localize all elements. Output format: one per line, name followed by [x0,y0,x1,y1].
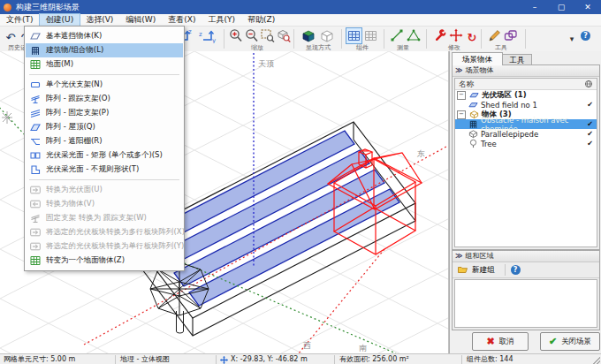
axis-marker [2,111,12,124]
tab-scene-objects[interactable]: 场景物体 [452,52,503,65]
tree-row-parallelepipede[interactable]: Parallelepipede ✔ [455,129,597,139]
irregular-plane-icon [29,164,41,176]
menu-item-irregular-plane[interactable]: 光伏采光面 - 不规则形状(T) [26,163,183,177]
groups-toolbar: 新建组 ? [453,262,599,278]
zoom-group-label: 缩放 [237,43,278,50]
menu-select[interactable]: 选择(V) [80,14,119,26]
menu-item-roof-array[interactable]: 阵列 - 屋顶(Q) [26,120,183,134]
shape-tool-button[interactable] [503,28,519,43]
coordinates-status: X: -29.83, Y: -46.82 m [231,355,308,364]
canopy-icon [29,136,41,148]
menu-separator [29,179,179,180]
folder-icon [457,264,468,277]
menu-create[interactable]: 创建(U) [40,14,80,26]
axis-zy-view-button[interactable]: zy [197,28,218,43]
close-scene-button[interactable]: ✔ 关闭场景 [540,332,600,351]
resize-grip[interactable] [593,357,600,364]
title-bar: 构建三维阴影场景 – ▢ ✕ [0,0,601,14]
cancel-x-icon: ✖ [486,336,494,347]
zoom-in-button[interactable] [228,28,244,43]
scene-objects-panel: 场景物体 工具 ≫场景物体 名称 − 光伏场区 (1) Shed field n… [449,51,601,353]
minimize-button[interactable]: – [529,0,541,14]
status-separator [216,355,217,364]
create-menu-dropdown: 基本遮挡物体(K) 建筑物/组合物(L) 地面(M) 单个光伏支架(N) 阵列 … [24,26,185,271]
zoom-out-button[interactable] [244,28,260,43]
new-group-button[interactable]: 新建组 [453,263,499,277]
close-button[interactable]: ✕ [582,0,594,14]
render-wireframe-button[interactable] [319,28,335,43]
cancel-button[interactable]: ✖ 取消 [472,332,529,351]
west-label: 西 [303,341,311,350]
visibility-check-icon[interactable]: ✔ [587,130,593,138]
move-cursor-icon [220,356,228,364]
component-count-status: 组件总数: 144 [467,355,514,364]
scene-objects-tree: 名称 − 光伏场区 (1) Shed field no 1 ✔ − 物体 (3) [454,78,597,247]
status-separator [115,355,116,364]
area-status: 有效面积: 256.00 m² [339,355,409,364]
visibility-check-icon[interactable]: ✔ [587,120,593,128]
visibility-check-icon[interactable]: ✔ [587,101,593,109]
tree-row-obstacle-house[interactable]: Obstacle - maison avec cheminée ✔ [455,119,597,129]
app-icon [4,4,11,11]
measure-area-button[interactable] [406,28,422,43]
components-table-button[interactable] [363,28,378,43]
render-shaded-button[interactable] [300,28,316,43]
tree-name-header: 名称 [455,79,597,90]
arrow-right-icon [29,241,41,253]
south-label: 南 [359,344,367,353]
collapse-chevron-icon: ≫ [455,252,462,260]
collapse-box-icon[interactable]: − [457,91,466,100]
components-grid-button[interactable] [346,28,361,43]
menu-item-fixed-array[interactable]: 阵列 - 固定支架(P) [26,106,183,120]
pencil-tool-button[interactable] [487,28,503,43]
toolbar-separator [224,29,224,49]
collapse-box-icon[interactable]: − [457,110,466,119]
menu-item-convert-to-pv: 转换为光伏面(U) [26,183,183,197]
tracker-icon [29,94,41,105]
zoom-window-button[interactable] [260,28,276,43]
help-icon[interactable]: ? [581,28,597,43]
status-bar: 网格单元尺寸: 5.00 m 地理 - 立体视图 X: -29.83, Y: -… [0,353,601,364]
components-group-label: 组件 [345,43,380,50]
menu-item-ground[interactable]: 地面(M) [26,57,183,72]
menu-item-fixed-to-tracker: 固定支架 转换为 跟踪支架(W) [26,211,183,225]
measure-distance-button[interactable] [389,28,405,43]
menu-item-to-ground-object[interactable]: 转变为一个地面物体(Z) [26,254,183,268]
tools-group-label: 工具 [483,43,520,50]
menu-item-rect-plane[interactable]: 光伏采光面 - 矩形 (单个或多个)(S) [26,148,183,163]
menu-tools[interactable]: 工具(Y) [202,14,241,26]
help-icon[interactable]: ? [511,265,521,275]
modify-rotate-button[interactable]: ↻ [464,28,480,43]
menu-edit[interactable]: 编辑(W) [119,14,162,26]
status-separator [461,355,462,364]
tree-row-shed-field[interactable]: Shed field no 1 ✔ [455,100,597,110]
scene-objects-section-header[interactable]: ≫场景物体 [453,65,599,77]
building-icon [468,119,478,129]
menu-item-building[interactable]: 建筑物/组合物(L) [26,43,183,57]
toolbar-separator [426,29,427,49]
zoom-3d-button[interactable] [276,28,292,43]
confirm-check-icon: ✔ [549,336,557,347]
menu-item-tracker-array[interactable]: 阵列 - 跟踪支架(O) [26,92,183,106]
tree-row-tree[interactable]: Tree ✔ [455,139,597,148]
rect-plane-icon [29,150,41,162]
menu-file[interactable]: 文件(T) [0,14,40,26]
toolbar-overflow-caret[interactable]: ▾ [567,28,577,43]
menu-item-single-rack[interactable]: 单个光伏支架(N) [26,78,183,92]
modify-wrench-button[interactable] [432,28,448,43]
menu-help[interactable]: 帮助(Z) [241,14,281,26]
menu-item-canopy-array[interactable]: 阵列 - 遮阳棚(R) [26,134,183,148]
undo-button[interactable]: ↶ [3,28,19,43]
svg-text:y: y [212,37,216,43]
toolbar-separator [525,29,526,49]
visibility-check-icon[interactable]: ✔ [587,140,593,148]
menu-view[interactable]: 查看(X) [162,14,202,26]
menu-item-basic-object[interactable]: 基本遮挡物体(K) [26,29,183,43]
tree-row-pv-field[interactable]: − 光伏场区 (1) [455,90,597,100]
groups-list-empty [454,279,597,328]
tree-object-icon [468,139,478,148]
modify-move-button[interactable] [448,28,464,43]
groups-section-header[interactable]: ≫组和区域 [453,251,599,262]
groups-zones-groupbox: ≫组和区域 新建组 ? [452,250,600,330]
maximize-button[interactable]: ▢ [555,0,567,14]
